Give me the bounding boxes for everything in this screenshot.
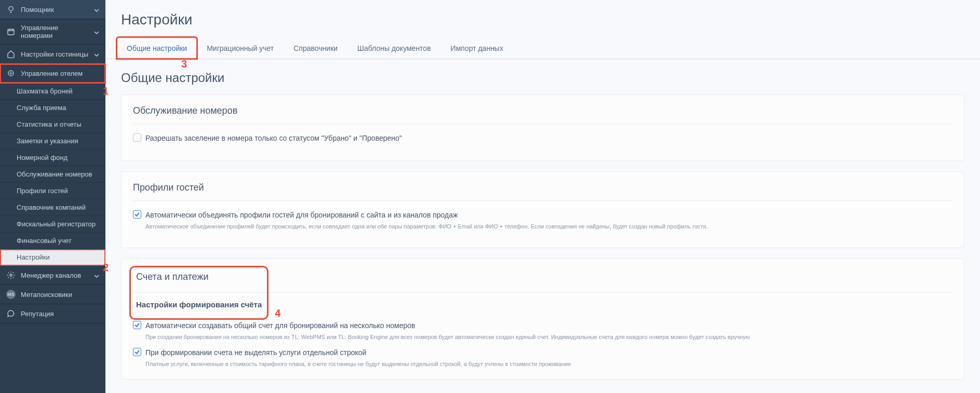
chevron-down-icon [94, 7, 99, 12]
sidebar-subitem-companies[interactable]: Справочник компаний [0, 199, 105, 216]
sidebar-item-reputation[interactable]: Репутация [0, 304, 105, 323]
checkbox-cleaning-status[interactable] [133, 133, 141, 142]
checkbox-merge-profiles[interactable] [133, 210, 141, 219]
sidebar-item-hotel-settings[interactable]: Настройки гостиницы [0, 45, 105, 64]
tab-import[interactable]: Импорт данных [441, 37, 513, 59]
checkbox-label: Автоматически объединять профили гостей … [145, 210, 952, 221]
svg-point-3 [10, 73, 12, 74]
wheel-icon [6, 69, 16, 78]
checkbox-row-auto-invoice: Автоматически создавать общий счет для б… [133, 321, 952, 342]
svg-rect-1 [8, 29, 14, 35]
sidebar-item-label: Управление номерами [21, 24, 92, 39]
tab-references[interactable]: Справочники [284, 37, 347, 59]
section-title: Общие настройки [121, 59, 964, 94]
tab-migration[interactable]: Миграционный учет [197, 37, 284, 59]
card-title: Профили гостей [133, 182, 952, 201]
sidebar-item-metasearch[interactable]: MS Метапоисковики [0, 285, 105, 304]
sidebar-item-label: Управление отелем [21, 70, 99, 77]
section-general: Общие настройки Обслуживание номеров Раз… [105, 59, 980, 380]
checkbox-hint: Автоматическое объединение профилей буде… [145, 222, 952, 231]
card-invoices: Счета и платежи Настройки формирования с… [121, 259, 964, 380]
sidebar-subitem-stock[interactable]: Номерной фонд [0, 150, 105, 166]
annotation-3: 3 [181, 58, 187, 70]
chevron-down-icon [94, 273, 99, 278]
sidebar: Помощник Управление номерами Настройки г… [0, 0, 105, 393]
sidebar-subitem-service[interactable]: Обслуживание номеров [0, 166, 105, 183]
checkbox-row-merge-profiles: Автоматически объединять профили гостей … [133, 210, 952, 231]
sidebar-subitem-finance[interactable]: Финансовый учет [0, 233, 105, 249]
chat-icon [6, 309, 16, 318]
checkbox-label: Разрешать заселение в номера только со с… [145, 133, 952, 144]
tab-general-settings[interactable]: Общие настройки 3 [117, 37, 197, 59]
chevron-down-icon [94, 51, 99, 57]
ms-badge-icon: MS [6, 290, 16, 299]
sidebar-item-label: Настройки гостиницы [21, 50, 92, 58]
home-icon [6, 49, 16, 59]
tabs: Общие настройки 3 Миграционный учет Спра… [105, 37, 980, 59]
sidebar-item-label: Помощник [21, 6, 92, 13]
checkbox-row-cleaning-status: Разрешать заселение в номера только со с… [133, 133, 952, 144]
card-guest-profiles: Профили гостей Автоматически объединять … [121, 171, 964, 248]
sidebar-item-room-management[interactable]: Управление номерами [0, 19, 105, 45]
annotation-4: 4 [275, 307, 280, 319]
sidebar-subitem-chess[interactable]: Шахматка броней [0, 83, 105, 100]
checkbox-auto-invoice[interactable] [133, 321, 141, 329]
checkbox-label: Автоматически создавать общий счет для б… [145, 321, 952, 331]
page-title: Настройки [105, 0, 980, 37]
card-title: Обслуживание номеров [133, 105, 952, 124]
sidebar-item-hotel-management[interactable]: Управление отелем 1 [0, 64, 105, 83]
sidebar-subitem-reception[interactable]: Служба приема [0, 100, 105, 116]
checkbox-hint: При создании бронирования на несколько н… [145, 333, 952, 342]
gear-icon [6, 270, 16, 280]
sidebar-subitem-fiscal[interactable]: Фискальный регистратор [0, 216, 105, 233]
checkbox-no-separate-services[interactable] [133, 348, 141, 356]
sidebar-item-channel-manager[interactable]: Менеджер каналов 2 [0, 266, 105, 285]
sidebar-subitem-notes[interactable]: Заметки и указания [0, 133, 105, 150]
sidebar-subitem-stats[interactable]: Статистика и отчеты [0, 116, 105, 133]
sidebar-item-label: Репутация [21, 310, 99, 318]
sidebar-item-label: Менеджер каналов [21, 272, 92, 279]
annotation-1: 1 [103, 85, 109, 97]
tab-doc-templates[interactable]: Шаблоны документов [347, 37, 441, 59]
annotation-2: 2 [103, 262, 109, 274]
sidebar-subitems: Шахматка броней Служба приема Статистика… [0, 83, 105, 266]
card-subtitle: Настройки формирования счёта [136, 300, 262, 309]
svg-point-0 [9, 7, 13, 11]
checkbox-row-no-separate-services: При формировании счета не выделять услуг… [133, 348, 952, 369]
lightbulb-icon [6, 5, 16, 14]
sidebar-subitem-profiles[interactable]: Профили гостей [0, 183, 105, 199]
calendar-icon [6, 27, 16, 36]
sidebar-subitem-settings[interactable]: Настройки [0, 249, 105, 266]
svg-point-4 [10, 274, 12, 276]
sidebar-item-assistant[interactable]: Помощник [0, 0, 105, 19]
card-room-service: Обслуживание номеров Разрешать заселение… [121, 94, 964, 161]
checkbox-hint: Платные услуги, включенные в стоимость т… [145, 360, 952, 369]
sidebar-item-label: Метапоисковики [21, 291, 99, 299]
main-content: Настройки Общие настройки 3 Миграционный… [105, 0, 980, 393]
card-title: Счета и платежи [136, 272, 262, 282]
checkbox-label: При формировании счета не выделять услуг… [145, 348, 952, 358]
chevron-down-icon [94, 29, 99, 34]
